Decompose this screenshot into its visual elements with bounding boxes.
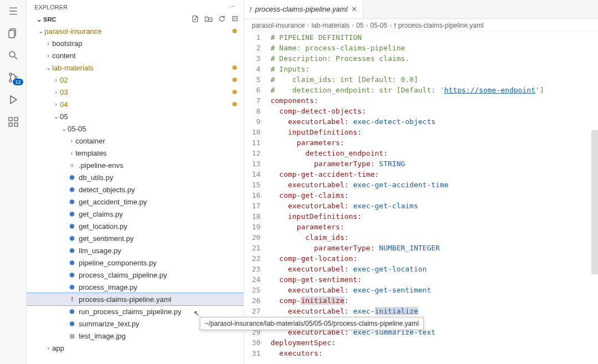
explorer-icon[interactable] — [7, 27, 20, 40]
tree-file-process-claims-pipeline-yaml[interactable]: !process-claims-pipeline.yaml — [27, 293, 244, 305]
yaml-file-icon: ! — [68, 296, 77, 303]
root-folder-label: SRC — [43, 16, 56, 23]
new-file-icon[interactable] — [191, 15, 199, 24]
yaml-file-icon: ! — [394, 22, 396, 29]
modified-dot-icon — [232, 65, 237, 70]
chevron-right-icon: › — [52, 101, 60, 107]
explorer-header: EXPLORER ⋯ — [27, 0, 244, 14]
cursor-icon: ↖ — [194, 309, 200, 317]
python-file-icon: ⬢ — [68, 320, 77, 327]
chevron-right-icon: › — [44, 345, 52, 351]
collapse-all-icon[interactable] — [231, 15, 239, 24]
breadcrumb-item[interactable]: 05-05 — [370, 22, 387, 29]
code-content[interactable]: # PIPELINE DEFINITION# Name: process-cla… — [271, 32, 598, 364]
tree-item-label: 05-05 — [68, 125, 238, 133]
chevron-down-icon: ⌄ — [44, 64, 52, 71]
tree-folder-bootstrap[interactable]: ›bootstrap — [27, 37, 244, 49]
tree-item-label: get_location.py — [79, 222, 238, 230]
tree-folder-05-05[interactable]: ⌄05-05 — [27, 122, 244, 135]
svg-rect-9 — [14, 117, 18, 121]
tree-folder-app[interactable]: ›app — [27, 342, 244, 354]
python-file-icon: ⬢ — [68, 259, 77, 266]
explorer-title: EXPLORER — [34, 4, 68, 11]
python-file-icon: ⬢ — [68, 284, 77, 291]
extensions-icon[interactable] — [7, 115, 20, 129]
file-tree: ⌄ parasol-insurance ›bootstrap›content⌄l… — [27, 25, 244, 364]
tree-item-label: lab-materials — [52, 64, 232, 72]
python-file-icon: ⬢ — [68, 308, 77, 315]
tree-folder-lab-materials[interactable]: ⌄lab-materials — [27, 61, 244, 74]
breadcrumb-item[interactable]: lab-materials — [311, 22, 349, 29]
tree-item-label: pipeline_components.py — [79, 259, 238, 267]
svg-point-3 — [9, 73, 12, 75]
tree-item-label: bootstrap — [52, 39, 238, 48]
tree-item-label: get_sentiment.py — [79, 234, 238, 243]
tree-file-get-claims-py[interactable]: ⬢get_claims.py — [27, 208, 244, 220]
tree-file-process-claims-pipeline-py[interactable]: ⬢process_claims_pipeline.py — [27, 269, 244, 281]
tree-folder-04[interactable]: ›04 — [27, 98, 244, 110]
tab-process-claims-pipeline[interactable]: ! process-claims-pipeline.yaml ✕ — [244, 0, 363, 18]
source-control-icon[interactable]: 12 — [7, 71, 20, 84]
tree-item-label: templates — [75, 149, 238, 157]
code-editor[interactable]: 1234567891011121314151617181920212223242… — [244, 32, 598, 364]
breadcrumbs[interactable]: parasol-insurance› lab-materials› 05› 05… — [244, 19, 598, 32]
new-folder-icon[interactable] — [205, 15, 212, 24]
tree-file-get-location-py[interactable]: ⬢get_location.py — [27, 220, 244, 232]
menu-icon[interactable] — [7, 4, 20, 18]
python-file-icon: ⬢ — [68, 186, 77, 193]
tree-item-label: get_claims.py — [79, 210, 238, 218]
python-file-icon: ⬢ — [68, 198, 77, 206]
tree-folder-templates[interactable]: ›templates — [27, 147, 244, 159]
tree-file-detect-objects-py[interactable]: ⬢detect_objects.py — [27, 183, 244, 196]
tree-item-label: process_claims_pipeline.py — [79, 271, 238, 279]
tree-file-process-image-py[interactable]: ⬢process_image.py — [27, 281, 244, 293]
refresh-icon[interactable] — [218, 15, 226, 24]
tree-folder-content[interactable]: ›content — [27, 49, 244, 61]
tree-item-label: process-claims-pipeline.yaml — [79, 295, 238, 304]
tree-item-label: detect_objects.py — [79, 186, 238, 194]
tree-folder-container[interactable]: ›container — [27, 135, 244, 147]
tree-folder-05[interactable]: ⌄05 — [27, 110, 244, 122]
breadcrumb-item[interactable]: process-claims-pipeline.yaml — [398, 22, 484, 29]
python-file-icon: ⬢ — [68, 211, 77, 218]
modified-dot-icon — [232, 90, 237, 94]
chevron-right-icon: › — [68, 150, 75, 156]
tree-folder-02[interactable]: ›02 — [27, 74, 244, 86]
search-icon[interactable] — [7, 49, 20, 62]
tree-item-label: llm_usage.py — [79, 247, 238, 255]
folder-section-header[interactable]: ⌄ SRC — [27, 14, 244, 25]
modified-dot-icon — [232, 29, 237, 33]
tree-folder-03[interactable]: ›03 — [27, 86, 244, 98]
tree-item-label: 05 — [60, 112, 238, 121]
svg-rect-1 — [9, 30, 14, 38]
breadcrumb-item[interactable]: parasol-insurance — [252, 22, 305, 29]
run-debug-icon[interactable] — [7, 93, 20, 106]
python-file-icon: ⬢ — [68, 247, 77, 254]
tree-folder-parasol-insurance[interactable]: ⌄ parasol-insurance — [27, 25, 244, 37]
tree-file--pipeline-envs[interactable]: ≡.pipeline-envs — [27, 159, 244, 171]
tree-file-llm-usage-py[interactable]: ⬢llm_usage.py — [27, 244, 244, 257]
explorer-more-icon[interactable]: ⋯ — [230, 3, 236, 11]
file-icon: ≡ — [68, 162, 77, 168]
scm-badge: 12 — [13, 79, 23, 85]
tree-item-label: .pipeline-envs — [79, 161, 238, 170]
tree-file-run-process-claims-pipeline-py[interactable]: ⬢run_process_claims_pipeline.py — [27, 305, 244, 317]
tree-file-pipeline-components-py[interactable]: ⬢pipeline_components.py — [27, 257, 244, 269]
tab-label: process-claims-pipeline.yaml — [255, 5, 348, 13]
svg-rect-8 — [14, 123, 18, 126]
tree-file-db-utils-py[interactable]: ⬢db_utils.py — [27, 171, 244, 183]
line-numbers: 1234567891011121314151617181920212223242… — [244, 32, 271, 364]
modified-dot-icon — [232, 102, 237, 106]
breadcrumb-item[interactable]: 05 — [356, 22, 363, 29]
tree-file-get-accident-time-py[interactable]: ⬢get_accident_time.py — [27, 196, 244, 208]
chevron-down-icon: ⌄ — [52, 113, 60, 120]
tree-file-get-sentiment-py[interactable]: ⬢get_sentiment.py — [27, 232, 244, 244]
svg-point-2 — [9, 52, 15, 57]
tree-file-test-image-jpg[interactable]: ▦test_image.jpg — [27, 330, 244, 342]
tab-close-icon[interactable]: ✕ — [351, 5, 357, 13]
python-file-icon: ⬢ — [68, 235, 77, 242]
editor-pane: ! process-claims-pipeline.yaml ✕ parasol… — [244, 0, 598, 364]
chevron-right-icon: › — [44, 40, 52, 47]
tree-item-label: app — [52, 344, 238, 352]
tree-item-label: test_image.jpg — [79, 332, 238, 340]
